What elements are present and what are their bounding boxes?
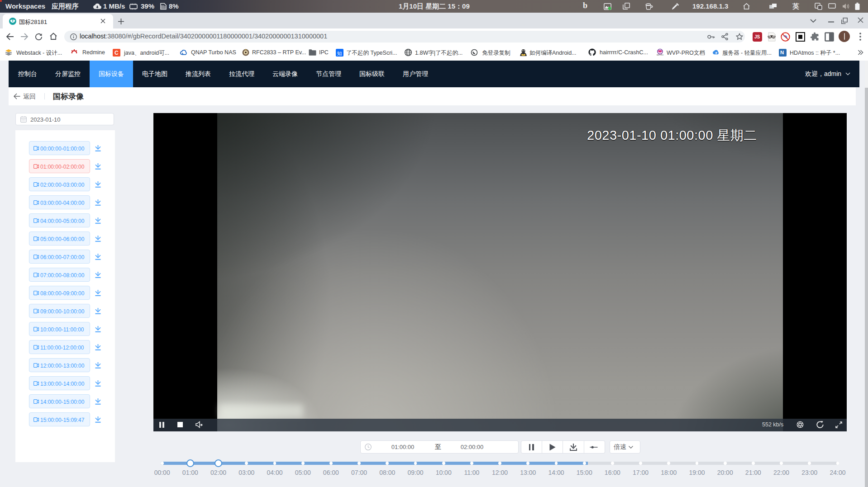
svg-text:WVP-PRO: WVP-PRO — [657, 54, 664, 56]
